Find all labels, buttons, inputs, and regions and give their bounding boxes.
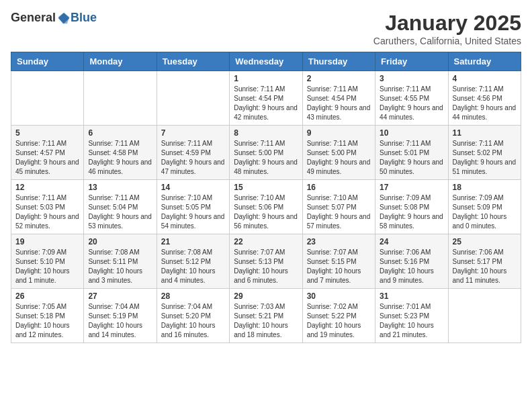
day-info: Sunrise: 7:06 AM Sunset: 5:16 PM Dayligh… <box>380 248 443 285</box>
calendar-week-row: 12Sunrise: 7:11 AM Sunset: 5:03 PM Dayli… <box>11 180 521 234</box>
day-info: Sunrise: 7:11 AM Sunset: 4:59 PM Dayligh… <box>161 139 225 177</box>
calendar-cell: 14Sunrise: 7:10 AM Sunset: 5:05 PM Dayli… <box>157 180 229 234</box>
calendar-cell: 28Sunrise: 7:04 AM Sunset: 5:20 PM Dayli… <box>157 289 229 343</box>
calendar-cell: 25Sunrise: 7:06 AM Sunset: 5:17 PM Dayli… <box>448 234 521 289</box>
day-number: 23 <box>307 237 371 246</box>
day-number: 2 <box>307 74 371 83</box>
weekday-header-friday: Friday <box>375 52 448 71</box>
calendar-cell: 18Sunrise: 7:09 AM Sunset: 5:09 PM Dayli… <box>448 180 521 234</box>
logo-general-text: General <box>11 11 56 25</box>
day-info: Sunrise: 7:11 AM Sunset: 4:56 PM Dayligh… <box>453 85 517 122</box>
calendar-cell: 16Sunrise: 7:10 AM Sunset: 5:07 PM Dayli… <box>302 180 375 234</box>
calendar-cell: 21Sunrise: 7:08 AM Sunset: 5:12 PM Dayli… <box>157 234 229 289</box>
day-info: Sunrise: 7:11 AM Sunset: 5:03 PM Dayligh… <box>15 193 79 231</box>
day-info: Sunrise: 7:11 AM Sunset: 5:00 PM Dayligh… <box>307 139 371 177</box>
day-number: 18 <box>453 183 517 192</box>
weekday-header-wednesday: Wednesday <box>230 52 302 71</box>
day-info: Sunrise: 7:10 AM Sunset: 5:05 PM Dayligh… <box>161 193 225 231</box>
day-number: 11 <box>453 128 517 138</box>
day-info: Sunrise: 7:11 AM Sunset: 5:04 PM Dayligh… <box>88 193 152 231</box>
day-number: 30 <box>307 291 371 301</box>
logo-blue-text: Blue <box>71 11 97 25</box>
calendar-cell: 13Sunrise: 7:11 AM Sunset: 5:04 PM Dayli… <box>84 180 157 234</box>
header: General Blue January 2025 Caruthers, Cal… <box>11 11 521 46</box>
day-number: 21 <box>161 237 225 246</box>
day-number: 20 <box>88 237 152 246</box>
calendar-cell <box>448 289 521 343</box>
calendar-cell <box>157 71 229 126</box>
calendar-cell: 6Sunrise: 7:11 AM Sunset: 4:58 PM Daylig… <box>84 126 157 180</box>
day-info: Sunrise: 7:07 AM Sunset: 5:15 PM Dayligh… <box>307 248 371 285</box>
svg-marker-1 <box>58 13 70 24</box>
calendar-cell: 11Sunrise: 7:11 AM Sunset: 5:02 PM Dayli… <box>448 126 521 180</box>
day-number: 6 <box>88 128 152 138</box>
day-info: Sunrise: 7:11 AM Sunset: 4:54 PM Dayligh… <box>307 85 371 122</box>
calendar-cell: 24Sunrise: 7:06 AM Sunset: 5:16 PM Dayli… <box>375 234 448 289</box>
day-info: Sunrise: 7:07 AM Sunset: 5:13 PM Dayligh… <box>234 248 298 285</box>
day-number: 31 <box>380 291 443 301</box>
calendar-cell: 12Sunrise: 7:11 AM Sunset: 5:03 PM Dayli… <box>11 180 84 234</box>
day-info: Sunrise: 7:08 AM Sunset: 5:12 PM Dayligh… <box>161 248 225 285</box>
day-number: 1 <box>234 74 298 83</box>
logo: General Blue <box>11 11 97 25</box>
day-number: 5 <box>15 128 79 138</box>
day-info: Sunrise: 7:02 AM Sunset: 5:22 PM Dayligh… <box>307 302 371 340</box>
calendar-cell <box>11 71 84 126</box>
day-number: 10 <box>380 128 443 138</box>
title-area: January 2025 Caruthers, California, Unit… <box>373 11 521 46</box>
calendar-cell: 19Sunrise: 7:09 AM Sunset: 5:10 PM Dayli… <box>11 234 84 289</box>
calendar-cell: 30Sunrise: 7:02 AM Sunset: 5:22 PM Dayli… <box>302 289 375 343</box>
day-number: 22 <box>234 237 298 246</box>
day-number: 19 <box>15 237 79 246</box>
day-info: Sunrise: 7:04 AM Sunset: 5:20 PM Dayligh… <box>161 302 225 340</box>
weekday-header-saturday: Saturday <box>448 52 521 71</box>
day-number: 15 <box>234 183 298 192</box>
calendar-cell: 5Sunrise: 7:11 AM Sunset: 4:57 PM Daylig… <box>11 126 84 180</box>
day-number: 14 <box>161 183 225 192</box>
logo-icon <box>57 11 71 25</box>
day-number: 26 <box>15 291 79 301</box>
calendar-cell: 3Sunrise: 7:11 AM Sunset: 4:55 PM Daylig… <box>375 71 448 126</box>
day-info: Sunrise: 7:11 AM Sunset: 5:00 PM Dayligh… <box>234 139 298 177</box>
day-info: Sunrise: 7:05 AM Sunset: 5:18 PM Dayligh… <box>15 302 79 340</box>
calendar-cell: 7Sunrise: 7:11 AM Sunset: 4:59 PM Daylig… <box>157 126 229 180</box>
calendar-week-row: 5Sunrise: 7:11 AM Sunset: 4:57 PM Daylig… <box>11 126 521 180</box>
calendar-week-row: 26Sunrise: 7:05 AM Sunset: 5:18 PM Dayli… <box>11 289 521 343</box>
calendar-cell: 2Sunrise: 7:11 AM Sunset: 4:54 PM Daylig… <box>302 71 375 126</box>
calendar-cell: 9Sunrise: 7:11 AM Sunset: 5:00 PM Daylig… <box>302 126 375 180</box>
calendar-cell: 15Sunrise: 7:10 AM Sunset: 5:06 PM Dayli… <box>230 180 302 234</box>
day-info: Sunrise: 7:04 AM Sunset: 5:19 PM Dayligh… <box>88 302 152 340</box>
calendar-week-row: 1Sunrise: 7:11 AM Sunset: 4:54 PM Daylig… <box>11 71 521 126</box>
day-info: Sunrise: 7:10 AM Sunset: 5:06 PM Dayligh… <box>234 193 298 231</box>
day-info: Sunrise: 7:11 AM Sunset: 4:55 PM Dayligh… <box>380 85 443 122</box>
day-info: Sunrise: 7:11 AM Sunset: 5:01 PM Dayligh… <box>380 139 443 177</box>
day-number: 27 <box>88 291 152 301</box>
day-number: 9 <box>307 128 371 138</box>
day-info: Sunrise: 7:10 AM Sunset: 5:07 PM Dayligh… <box>307 193 371 231</box>
day-number: 8 <box>234 128 298 138</box>
calendar-cell: 27Sunrise: 7:04 AM Sunset: 5:19 PM Dayli… <box>84 289 157 343</box>
calendar-cell <box>84 71 157 126</box>
calendar-cell: 8Sunrise: 7:11 AM Sunset: 5:00 PM Daylig… <box>230 126 302 180</box>
day-number: 13 <box>88 183 152 192</box>
calendar-cell: 31Sunrise: 7:01 AM Sunset: 5:23 PM Dayli… <box>375 289 448 343</box>
calendar-table: SundayMondayTuesdayWednesdayThursdayFrid… <box>11 52 521 343</box>
calendar-cell: 10Sunrise: 7:11 AM Sunset: 5:01 PM Dayli… <box>375 126 448 180</box>
day-info: Sunrise: 7:11 AM Sunset: 4:58 PM Dayligh… <box>88 139 152 177</box>
day-info: Sunrise: 7:11 AM Sunset: 4:54 PM Dayligh… <box>234 85 298 122</box>
calendar-week-row: 19Sunrise: 7:09 AM Sunset: 5:10 PM Dayli… <box>11 234 521 289</box>
day-number: 25 <box>453 237 517 246</box>
day-number: 16 <box>307 183 371 192</box>
day-info: Sunrise: 7:09 AM Sunset: 5:10 PM Dayligh… <box>15 248 79 285</box>
day-info: Sunrise: 7:06 AM Sunset: 5:17 PM Dayligh… <box>453 248 517 285</box>
day-number: 24 <box>380 237 443 246</box>
weekday-header-sunday: Sunday <box>11 52 84 71</box>
month-title: January 2025 <box>373 11 521 36</box>
weekday-header-tuesday: Tuesday <box>157 52 229 71</box>
calendar-cell: 1Sunrise: 7:11 AM Sunset: 4:54 PM Daylig… <box>230 71 302 126</box>
day-info: Sunrise: 7:08 AM Sunset: 5:11 PM Dayligh… <box>88 248 152 285</box>
calendar-cell: 26Sunrise: 7:05 AM Sunset: 5:18 PM Dayli… <box>11 289 84 343</box>
day-info: Sunrise: 7:09 AM Sunset: 5:09 PM Dayligh… <box>453 193 517 231</box>
calendar-cell: 17Sunrise: 7:09 AM Sunset: 5:08 PM Dayli… <box>375 180 448 234</box>
day-number: 17 <box>380 183 443 192</box>
